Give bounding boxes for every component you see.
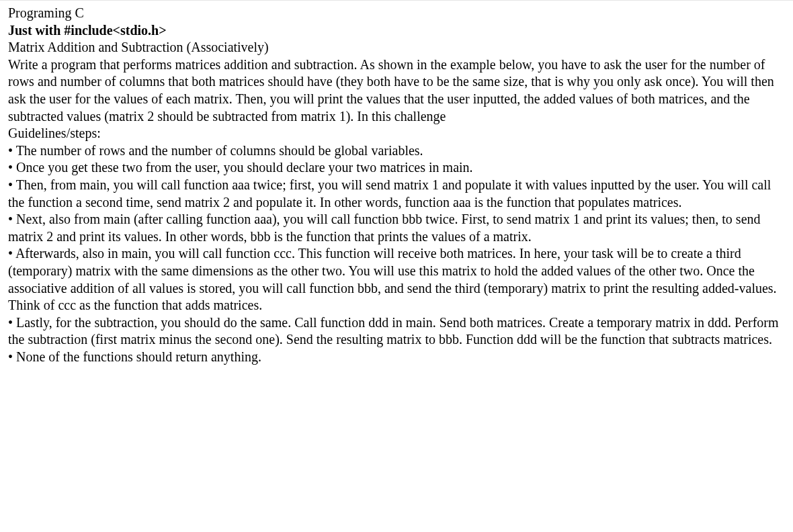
bullet-item: • Once you get these two from the user, … (8, 159, 785, 177)
section-title: Matrix Addition and Subtraction (Associa… (8, 39, 785, 56)
intro-paragraph: Write a program that performs matrices a… (8, 56, 785, 125)
document-page: Programing C Just with #include<stdio.h>… (0, 0, 793, 379)
bullet-item: • Next, also from main (after calling fu… (8, 211, 785, 245)
guidelines-heading: Guidelines/steps: (8, 125, 785, 142)
bullet-item: • Afterwards, also in main, you will cal… (8, 245, 785, 314)
title-line-1: Programing C (8, 5, 785, 22)
bullet-item: • None of the functions should return an… (8, 349, 785, 366)
title-line-2: Just with #include<stdio.h> (8, 22, 785, 40)
bullet-item: • Lastly, for the subtraction, you shoul… (8, 314, 785, 349)
bullet-item: • Then, from main, you will call functio… (8, 177, 785, 211)
bullet-item: • The number of rows and the number of c… (8, 142, 785, 160)
